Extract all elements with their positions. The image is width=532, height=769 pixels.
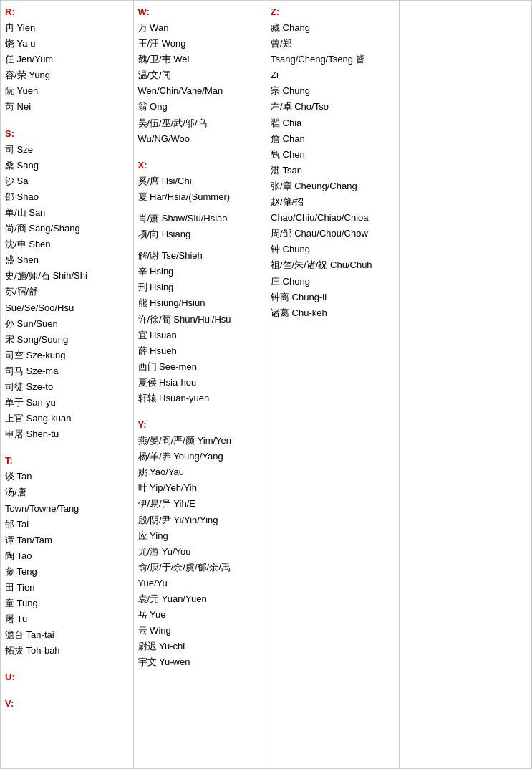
list-item: Chao/Chiu/Chiao/Chioa [271, 210, 395, 226]
column-1: R:冉 Yien饶 Ya u任 Jen/Yum容/荣 Yung阮 Yuen芮 N… [1, 1, 134, 768]
section-header: V: [5, 698, 129, 709]
list-item: 应 Ying [138, 528, 262, 544]
list-item: 钟 Chung [271, 242, 395, 257]
list-item: 左/卓 Cho/Tso [271, 99, 395, 115]
column-2: W:万 Wan王/汪 Wong魏/卫/韦 Wei温/文/闻Wen/Chin/Va… [134, 1, 267, 768]
list-item: 沙 Sa [5, 173, 129, 189]
spacer [5, 442, 129, 448]
section-header: W: [138, 6, 262, 17]
list-item: 周/邹 Chau/Chou/Chow [271, 226, 395, 242]
list-item: 夏侯 Hsia-hou [138, 375, 262, 391]
list-item: 藏 Chang [271, 20, 395, 36]
list-item: 澹台 Tan-tai [5, 627, 129, 643]
list-item: 拓拔 Toh-bah [5, 643, 129, 659]
list-item: 姚 Yao/Yau [138, 464, 262, 480]
list-item: 邰 Tai [5, 517, 129, 532]
list-item: 解/谢 Tse/Shieh [138, 248, 262, 264]
list-item: 盛 Shen [5, 252, 129, 268]
list-item: 温/文/闻 [138, 67, 262, 83]
spacer [5, 685, 129, 691]
list-item: Wu/NG/Woo [138, 131, 262, 147]
list-item: 阮 Yuen [5, 83, 129, 99]
list-item: 王/汪 Wong [138, 36, 262, 52]
list-item: 许/徐/荀 Shun/Hui/Hsu [138, 312, 262, 328]
list-item: 燕/晏/阎/严/颜 Yim/Yen [138, 433, 262, 449]
list-item: 宇文 Yu-wen [138, 654, 262, 670]
list-item: 宜 Hsuan [138, 328, 262, 343]
list-item: 宋 Song/Soung [5, 332, 129, 348]
list-item: Wen/Chin/Vane/Man [138, 83, 262, 99]
list-item: 单/山 San [5, 205, 129, 221]
list-item: 夏 Har/Hsia/(Summer) [138, 189, 262, 205]
list-item: 轩辕 Hsuan-yuen [138, 391, 262, 406]
list-item: 詹 Chan [271, 131, 395, 147]
list-item: 司 Sze [5, 142, 129, 158]
list-item: 翟 Chia [271, 115, 395, 131]
list-item: 张/章 Cheung/Chang [271, 178, 395, 194]
spacer [138, 147, 262, 153]
page: R:冉 Yien饶 Ya u任 Jen/Yum容/荣 Yung阮 Yuen芮 N… [0, 0, 532, 769]
section-header: S: [5, 128, 129, 139]
list-item: 陶 Tao [5, 548, 129, 564]
list-item: 湛 Tsan [271, 163, 395, 178]
list-item: 云 Wing [138, 623, 262, 639]
section-header: R: [5, 6, 129, 17]
list-item: 赵/肇/招 [271, 194, 395, 210]
list-item: 容/荣 Yung [5, 67, 129, 83]
list-item: 尚/商 Sang/Shang [5, 221, 129, 237]
spacer [138, 242, 262, 248]
list-item: 苏/宿/舒 [5, 284, 129, 300]
list-item: 单于 San-yu [5, 395, 129, 411]
list-item: Town/Towne/Tang [5, 501, 129, 517]
spacer [5, 115, 129, 121]
list-item: 冉 Yien [5, 20, 129, 36]
list-item: Yue/Yu [138, 575, 262, 591]
list-item: 司徒 Sze-to [5, 379, 129, 395]
list-item: 上官 Sang-kuan [5, 411, 129, 426]
list-item: 谭 Tan/Tam [5, 532, 129, 548]
spacer [271, 321, 395, 327]
list-item: 伊/易/异 Yih/E [138, 496, 262, 512]
list-item: 尉迟 Yu-chi [138, 639, 262, 654]
list-item: 司空 Sze-kung [5, 348, 129, 363]
list-item: 曾/郑 [271, 36, 395, 52]
list-item: 万 Wan [138, 20, 262, 36]
list-item: 汤/唐 [5, 484, 129, 500]
list-item: 魏/卫/韦 Wei [138, 52, 262, 67]
list-item: 祖/竺/朱/诸/祝 Chu/Chuh [271, 257, 395, 273]
section-header: Z: [271, 6, 395, 17]
list-item: 申屠 Shen-tu [5, 426, 129, 442]
list-item: 西门 See-men [138, 359, 262, 375]
list-item: 诸葛 Chu-keh [271, 305, 395, 321]
list-item: 项/向 Hsiang [138, 226, 262, 242]
list-item: 薛 Hsueh [138, 343, 262, 359]
list-item: 屠 Tu [5, 611, 129, 627]
list-item: 饶 Ya u [5, 36, 129, 52]
list-item: 岳 Yue [138, 607, 262, 623]
section-header: Y: [138, 419, 262, 430]
list-item: 童 Tung [5, 596, 129, 611]
list-item: 叶 Yip/Yeh/Yih [138, 480, 262, 496]
list-item: 肖/萧 Shaw/Siu/Hsiao [138, 211, 262, 226]
list-item: 谈 Tan [5, 469, 129, 484]
list-item: 俞/庾/于/余/虞/郁/余/禹 [138, 560, 262, 575]
list-item: Tsang/Cheng/Tseng 皆 [271, 52, 395, 67]
list-item: 芮 Nei [5, 99, 129, 115]
list-item: 袁/元 Yuan/Yuen [138, 591, 262, 607]
section-header: U: [5, 672, 129, 682]
list-item: 吴/伍/巫/武/邬/乌 [138, 115, 262, 131]
list-item: 宗 Chung [271, 83, 395, 99]
list-item: 藤 Teng [5, 564, 129, 580]
list-item: Zi [271, 67, 395, 83]
list-item: 司马 Sze-ma [5, 363, 129, 379]
list-item: 翁 Ong [138, 99, 262, 115]
spacer [5, 712, 129, 717]
spacer [138, 670, 262, 676]
list-item: 孙 Sun/Suen [5, 316, 129, 332]
spacer [138, 406, 262, 412]
list-item: 辛 Hsing [138, 264, 262, 280]
list-item: 熊 Hsiung/Hsiun [138, 295, 262, 311]
list-item: 奚/席 Hsi/Chi [138, 173, 262, 189]
column-3: Z:藏 Chang曾/郑Tsang/Cheng/Tseng 皆Zi宗 Chung… [266, 1, 400, 768]
list-item: 钟离 Chung-li [271, 290, 395, 305]
